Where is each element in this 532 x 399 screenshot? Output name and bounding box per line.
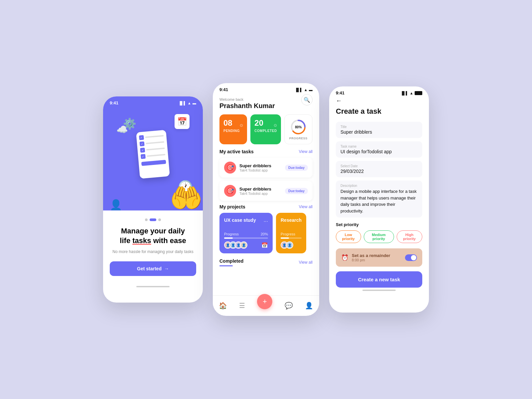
project-more-1[interactable]: ··· [264, 218, 268, 224]
projects-row: UX case study ··· Progress 20% 👤 👤 [219, 213, 313, 253]
high-priority-button[interactable]: High priority [397, 230, 422, 243]
pending-icon: ⊙ [240, 123, 243, 128]
phone-onboarding: 9:41 ▐▌▌ ▲ ▬ ⚙️ 📅 ☁️ ✓ ✓ ✓ ✓ 🕐 [103, 96, 203, 303]
task-info-2: Super dribblers Tak4:Todolist app [239, 187, 282, 196]
tasks-icon: ☰ [239, 302, 245, 310]
get-started-button[interactable]: Get started → [110, 261, 196, 276]
headline-tasks: tasks [132, 236, 151, 245]
user-name: Prashanth Kumar [219, 102, 275, 110]
date-field[interactable]: Select Date 29/03/2022 [336, 161, 422, 177]
reminder-card[interactable]: ⏰ Set as a remainder 8:00 pm ✓ [336, 248, 422, 267]
low-priority-button[interactable]: Low priority [336, 230, 361, 243]
nav-profile[interactable]: 👤 [305, 302, 313, 310]
dot-1 [145, 218, 148, 221]
projects-view-all[interactable]: View all [299, 204, 313, 209]
project-avatars-1: 👤 👤 👤 👤 [224, 241, 245, 249]
hands-illustration: 🤲 [170, 183, 203, 210]
home-icon: 🏠 [219, 302, 227, 310]
toggle-knob [411, 255, 416, 260]
onboarding-content: Manage your daily life tasks with ease N… [103, 210, 203, 284]
dashboard-header: Welcome back Prashanth Kumar 🔍 [219, 94, 313, 110]
greeting-block: Welcome back Prashanth Kumar [219, 94, 275, 110]
task-sub-1: Tak4:Todolist app [239, 168, 282, 172]
completed-title-wrap: Completed [219, 258, 243, 266]
completed-label: COMPLETED [254, 129, 277, 133]
projects-header: My projects View all [219, 204, 313, 209]
battery-icon-2: ▬ [309, 88, 313, 92]
pending-label: PENDING [223, 129, 243, 133]
task-info-1: Super dribblers Tak4:Todolist app [239, 163, 282, 172]
project-card-2[interactable]: Research Progress 👤 👤 [276, 213, 306, 253]
profile-icon: 👤 [305, 302, 313, 310]
time-1: 9:41 [110, 100, 118, 105]
fab-button[interactable]: + [257, 294, 272, 309]
project-card-1[interactable]: UX case study ··· Progress 20% 👤 👤 [219, 213, 273, 253]
completed-underline [219, 265, 233, 266]
project-progress-label-2: Progress [281, 232, 302, 236]
chat-icon: 💬 [285, 302, 293, 310]
progress-card: 80% PROGRESS [284, 114, 313, 144]
dashboard-body: Welcome back Prashanth Kumar 🔍 08 ⊙ PEND… [213, 94, 319, 295]
dot-2 [150, 218, 156, 221]
completed-view-all[interactable]: View all [299, 260, 313, 265]
calendar-icon-proj: 📅 [261, 242, 268, 248]
nav-messages[interactable]: 💬 [285, 302, 293, 310]
nav-tasks[interactable]: ☰ [239, 302, 245, 310]
description-label: Description [340, 184, 418, 188]
status-bar-3: 9:41 ▐▌▌ ▲ ▬ [329, 86, 429, 97]
status-bar-2: 9:41 ▐▌▌ ▲ ▬ [213, 83, 319, 94]
project-avatars-2: 👤 👤 [281, 241, 302, 249]
due-badge-1: Due:today [285, 165, 308, 171]
description-field[interactable]: Description Design a mobile app interfac… [336, 181, 422, 217]
due-badge-2: Due:today [285, 188, 308, 194]
page-title: Create a task [336, 107, 422, 116]
reminder-toggle[interactable]: ✓ [405, 254, 417, 261]
status-bar-1: 9:41 ▐▌▌ ▲ ▬ [103, 96, 203, 107]
calendar-illustration: 📅 [175, 114, 190, 129]
onboarding-subtext: No more hassle for managing your daily t… [112, 249, 193, 255]
projects-title: My projects [219, 204, 245, 209]
title-field[interactable]: Title Super dribblers [336, 122, 422, 138]
medium-priority-button[interactable]: Medium priority [364, 230, 394, 243]
date-label: Select Date [340, 164, 418, 168]
home-indicator-3 [362, 290, 396, 291]
signal-icon-1: ▐▌▌ [179, 101, 186, 105]
wifi-icon-1: ▲ [188, 101, 191, 105]
description-value: Design a mobile app interface for a task… [340, 188, 418, 214]
task-card-1[interactable]: 🎯 Super dribblers Tak4:Todolist app Due:… [219, 158, 313, 178]
progress-fill-2 [281, 237, 289, 239]
progress-pct: 80% [295, 125, 302, 129]
completed-number: 20 [254, 118, 263, 128]
date-value: 29/03/2022 [340, 169, 418, 174]
back-button[interactable]: ← [336, 97, 422, 104]
active-tasks-view-all[interactable]: View all [299, 149, 313, 154]
wifi-icon-3: ▲ [410, 91, 413, 95]
task-name-field[interactable]: Task name UI design forTodolist app [336, 141, 422, 158]
dot-3 [158, 218, 161, 221]
set-priority-label: Set priority [336, 222, 422, 227]
task-name-label: Task name [340, 145, 418, 148]
reminder-icon: ⏰ [341, 254, 348, 261]
task-card-2[interactable]: 🎯 Super dribblers Tak4:Todolist app Due:… [219, 181, 313, 201]
task-name-value: UI design forTodolist app [340, 149, 418, 154]
bottom-nav: 🏠 ☰ + 💬 👤 [213, 295, 319, 315]
create-task-button[interactable]: Create a new task [336, 271, 422, 288]
progress-fill-1 [224, 237, 233, 239]
active-tasks-header: My active tasks View all [219, 149, 313, 154]
proj-av-6: 👤 [286, 241, 293, 249]
arrow-icon: → [164, 266, 169, 271]
plus-icon: + [263, 297, 267, 306]
completed-card: 20 ⊙ COMPLETED [250, 114, 281, 144]
phone-dashboard: 9:41 ▐▌▌ ▲ ▬ Welcome back Prashanth Kuma… [213, 83, 319, 316]
cloud-illustration: ☁️ [116, 124, 128, 135]
person-illustration: 👤 [110, 199, 122, 210]
active-tasks-title: My active tasks [219, 149, 254, 154]
hero-area: ⚙️ 📅 ☁️ ✓ ✓ ✓ ✓ 🕐 👤 🤲 [103, 107, 203, 210]
reminder-time: 8:00 pm [352, 258, 402, 262]
phone-create-task: 9:41 ▐▌▌ ▲ ▬ ← Create a task Title Super… [329, 86, 429, 313]
battery-icon-3: ▬ [415, 91, 422, 95]
nav-home[interactable]: 🏠 [219, 302, 227, 310]
signal-icon-3: ▐▌▌ [401, 91, 408, 95]
create-task-body: ← Create a task Title Super dribblers Ta… [329, 97, 429, 288]
search-button[interactable]: 🔍 [301, 94, 313, 105]
